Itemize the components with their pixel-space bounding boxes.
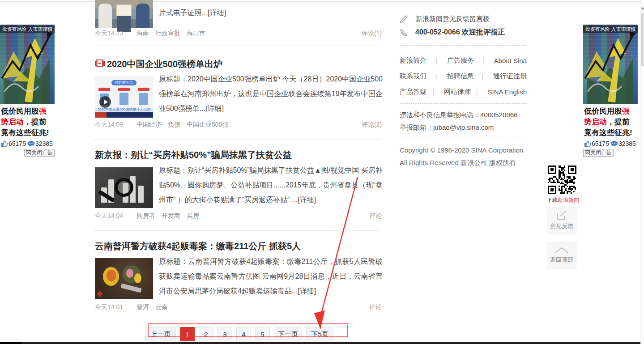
left-ad[interactable]: 投资有风险 入市需谨慎 低价民用股强势启动，提前竟有这些征兆! 65175 32… — [0, 25, 55, 157]
right-ad-image[interactable]: 投资有风险 入市需谨慎 — [583, 25, 638, 104]
article-meta: 今天14:01 普洱 云南 评论 — [95, 303, 382, 311]
article-meta: 今天14:09 中国经济 负债 中国企业500强 评论(2) — [95, 121, 382, 129]
bottom-edge-bar — [0, 342, 640, 344]
scrollbar[interactable] — [640, 0, 644, 344]
video-badge: 位列前三名 — [111, 80, 136, 85]
footer-link[interactable]: 招聘信息 — [447, 72, 482, 81]
hotline-row: 400-052-0066 欢迎批评指正 — [400, 28, 505, 37]
tag-link[interactable]: 海南 — [136, 30, 149, 38]
video-thumbnail[interactable]: 位列前三名 2020中国企业500强榜单今天出炉 — [95, 76, 153, 118]
article-divider — [94, 139, 382, 140]
footer-links-row: 新浪简介 | 广告服务 | About Sina — [400, 56, 527, 65]
pagination: 上一页 1 2 3 4 5 下一页 下5页 — [145, 327, 333, 341]
tag-link[interactable]: 负债 — [168, 121, 180, 129]
separator: | — [435, 57, 437, 64]
back-to-top-button[interactable]: 返回顶部 — [547, 242, 576, 269]
thumbs-up-icon — [584, 140, 591, 147]
feedback-board-link[interactable]: 新浪新闻意见反馈留言板 — [416, 15, 490, 23]
chevron-up-icon — [555, 247, 568, 253]
article-summary[interactable]: 原标题：2020中国企业500强榜单出炉 今天（28日）2020中国企业500强… — [159, 72, 383, 116]
pagination-page-3[interactable]: 3 — [218, 327, 232, 341]
qr-code — [547, 165, 577, 195]
article-title[interactable]: 新京报：别让“买房补贴50%”骗局抹黑了扶贫公益 — [95, 149, 292, 161]
pencil-icon — [400, 15, 409, 23]
close-ad-button[interactable]: 关闭广告 — [583, 149, 614, 157]
footer-link[interactable]: 联系我们 — [400, 72, 435, 81]
comments-link[interactable]: 评论 — [369, 303, 382, 311]
article-thumbnail[interactable] — [95, 0, 153, 28]
footer-link[interactable]: About Sina — [494, 57, 527, 64]
video-icon — [95, 59, 105, 67]
scroll-up-icon[interactable] — [641, 7, 644, 9]
footer-link[interactable]: 通行证注册 — [493, 72, 527, 81]
bottom-edge-bar-dark — [0, 342, 21, 344]
tag-link[interactable]: 普洱 — [136, 303, 149, 311]
pagination-prev-button[interactable]: 上一页 — [145, 327, 176, 341]
left-ad-image[interactable]: 投资有风险 入市需谨慎 — [0, 25, 55, 104]
back-to-top-label: 返回顶部 — [550, 256, 573, 264]
tag-link[interactable]: 海口市 — [187, 30, 205, 38]
article-time: 今天14:01 — [95, 303, 123, 311]
footer-link[interactable]: SINA English — [487, 88, 527, 96]
feedback-button-label: 意见反馈 — [550, 222, 573, 230]
article-thumbnail[interactable] — [95, 167, 153, 208]
ad-risk-disclaimer: 投资有风险 入市需谨慎 — [0, 25, 55, 33]
article-divider — [94, 46, 382, 46]
pagination-page-1[interactable]: 1 — [180, 327, 195, 341]
close-ad-button[interactable]: 关闭广告 — [24, 149, 55, 157]
article-title[interactable]: 2020中国企业500强榜单出炉 — [107, 58, 222, 70]
scrollbar-thumb[interactable] — [641, 13, 644, 66]
pagination-next5-button[interactable]: 下5页 — [306, 327, 333, 341]
comments-link[interactable]: 评论(1) — [362, 30, 382, 38]
tag-link[interactable]: 中国经济 — [136, 121, 162, 129]
feedback-board-row[interactable]: 新浪新闻意见反馈留言板 — [400, 15, 490, 23]
comments-link[interactable]: 评论 — [369, 212, 382, 220]
article-time: 今天14:23 — [95, 30, 123, 38]
footer-links-row: 产品答疑 | 网站律师 | SINA English — [400, 88, 527, 96]
play-button-icon[interactable] — [99, 96, 111, 108]
tag-link[interactable]: 中国企业500强 — [187, 121, 228, 129]
footer-link[interactable]: 产品答疑 — [400, 88, 432, 96]
article-summary[interactable]: 原标题：别让“买房补贴50%”骗局抹黑了扶贫公益▲图/视觉中国 买房补贴50%、… — [159, 163, 383, 207]
ad-comment-count: 32385 — [618, 140, 636, 147]
pagination-next-button[interactable]: 下一页 — [274, 327, 302, 341]
right-ad[interactable]: 投资有风险 入市需谨慎 低价民用股强势启动，提前竟有这些征兆! 65175 32… — [583, 25, 638, 157]
dashed-divider — [400, 137, 527, 137]
thumbs-up-icon — [1, 140, 8, 147]
pagination-page-4[interactable]: 4 — [236, 327, 251, 341]
footer-link[interactable]: 新浪简介 — [400, 56, 435, 65]
copyright-line: Copyright © 1996-2020 SINA Corporation — [400, 146, 523, 154]
feedback-button[interactable]: 意见反馈 — [547, 207, 576, 234]
ad-headline[interactable]: 低价民用股强势启动，提前竟有这些征兆! — [0, 104, 55, 139]
feedback-pencil-icon — [557, 211, 567, 220]
tag-link[interactable]: 云南 — [155, 303, 168, 311]
dashed-divider — [400, 45, 527, 46]
pagination-page-5[interactable]: 5 — [255, 327, 270, 341]
tag-link[interactable]: 买房 — [187, 212, 199, 220]
tag-link[interactable]: 购房者 — [136, 212, 155, 220]
pagination-page-2[interactable]: 2 — [199, 327, 213, 341]
close-box-icon — [26, 150, 31, 155]
comment-bubble-icon — [27, 141, 35, 147]
comments-link[interactable]: 评论(2) — [362, 121, 382, 129]
article-snippet[interactable]: 片式电子证照...[详细] — [159, 5, 383, 20]
article-title[interactable]: 云南普洱警方破获4起贩毒案：缴毒211公斤 抓获5人 — [95, 240, 301, 252]
article-divider — [94, 230, 382, 231]
tag-link[interactable]: 行政审批 — [155, 30, 180, 38]
footer-links-row: 联系我们 | 招聘信息 | 通行证注册 — [400, 72, 527, 81]
ad-like-count: 65175 — [592, 140, 609, 147]
footer-link[interactable]: 网站律师 — [444, 88, 476, 96]
stock-arrow-graphic — [583, 25, 638, 104]
article-summary[interactable]: 原标题：云南普洱警方破获4起贩毒案：缴毒211公斤，抓获5人民警破获贩卖运输毒品… — [159, 254, 383, 298]
feed-bottom-divider — [94, 320, 382, 320]
footer-link[interactable]: 广告服务 — [447, 56, 482, 65]
ad-headline[interactable]: 低价民用股强势启动，提前竟有这些征兆! — [583, 104, 638, 139]
article-thumbnail[interactable] — [95, 258, 153, 299]
phone-icon — [400, 28, 408, 37]
tag-link[interactable]: 开发商 — [162, 212, 180, 220]
report-email: 举报邮箱：jubao@vip.sina.com — [400, 123, 494, 132]
article-time: 今天14:04 — [95, 212, 123, 220]
ad-counters: 65175 32385 — [0, 139, 55, 148]
comment-bubble-icon — [610, 141, 618, 147]
dashed-divider — [400, 103, 527, 104]
